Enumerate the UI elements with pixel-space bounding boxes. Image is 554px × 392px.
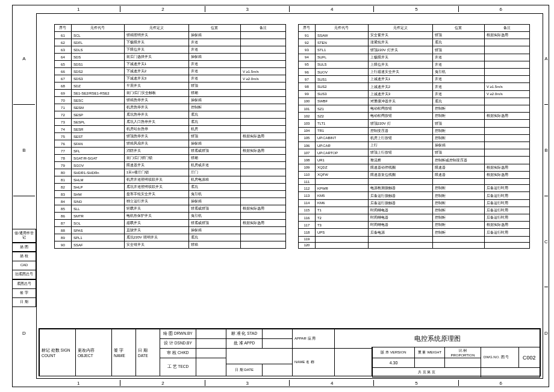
cell-c: SFAN — [71, 140, 124, 148]
parts-table-right: 序号 元件代号 元件定义 位置 备注 91SSAW安全窗开关轿顶根据实际选用92… — [298, 24, 530, 249]
cell-c: SPAS — [71, 227, 124, 234]
table-row: 87SOL超载开关轿底或轿顶根据实际选用 — [55, 220, 286, 227]
cell-l: 控制柜 — [433, 222, 485, 229]
cell-l: 轿顶 — [433, 149, 485, 157]
cell-r — [484, 39, 529, 46]
cell-d: 消防开关 — [124, 148, 188, 155]
cell-d: 盘车手轮安全开关 — [124, 191, 188, 198]
cell-d: 上减速开关3 — [368, 90, 432, 98]
cell-n: 114 — [299, 199, 316, 207]
cell-n: 89 — [55, 234, 72, 241]
ruler-row: B — [12, 105, 36, 196]
cell-l: 轿底或轿顶 — [189, 148, 241, 155]
cell-n: 112 — [299, 185, 316, 192]
cell-c: KM6 — [315, 199, 368, 207]
ruler-col: 3 — [205, 5, 290, 13]
cell-d: 前门/后门安全触板 — [124, 90, 188, 97]
cell-c — [315, 242, 368, 248]
cell-n: 86 — [55, 213, 72, 220]
table-row: 99SUS3上减速开关3井道V ≥2.0m/s — [299, 90, 530, 98]
cell-d: 安全钳开关 — [124, 241, 188, 249]
cell-c: SPL1 — [71, 234, 124, 241]
cell-l: 操纵箱 — [189, 97, 241, 104]
cell-l: 控制柜 — [433, 127, 485, 134]
cell-l: 井道 — [189, 68, 241, 75]
cell-c: SESR — [71, 126, 124, 133]
cell-l: 控制柜 — [433, 207, 485, 214]
cell-c: SESP — [71, 111, 124, 119]
cell-r — [240, 234, 285, 241]
table-row: 91SSAW安全窗开关轿顶根据实际选用 — [299, 32, 530, 39]
cell-l: 机房或井道 — [189, 162, 241, 169]
cell-n: 90 — [55, 241, 72, 249]
cell-c: SDLS — [71, 46, 124, 54]
cell-l: 井道 — [433, 90, 485, 98]
table-row: 98SUS2上减速开关2井道V ≥1.5m/s — [299, 83, 530, 90]
cell-c: SUS3 — [315, 90, 368, 98]
cell-l: 井道 — [189, 61, 241, 68]
table-row: 114KM6后备运行接触器控制柜后备运行时用 — [299, 199, 530, 207]
cell-r: 后备运行时用 — [484, 229, 529, 236]
cell-n: 80 — [55, 169, 72, 176]
table-row: 118UPS后备电源控制柜后备运行时用 — [299, 229, 530, 236]
cell-r — [240, 191, 285, 198]
cell-r — [240, 184, 285, 191]
cell-c: SDS2 — [71, 68, 124, 75]
cell-n: 62 — [55, 39, 72, 46]
cell-c: UP.CAR — [315, 142, 368, 149]
cell-n: 74 — [55, 126, 72, 133]
cell-n: 103 — [299, 120, 316, 127]
cell-d: 独立运行开关 — [124, 198, 188, 205]
cell-c: SUS1 — [315, 76, 368, 83]
table-row: 102SZ2电动松闸按钮控制柜根据实际选用 — [299, 113, 530, 120]
cell-n: 72 — [55, 111, 72, 119]
cell-l — [433, 236, 485, 242]
cell-c: XQFW — [315, 171, 368, 178]
cell-d: 底坑220V 照明开关 — [124, 234, 188, 241]
cell-l: 机房电源箱 — [189, 176, 241, 184]
cell-r — [484, 69, 529, 76]
th-seq: 序号 — [299, 25, 316, 32]
cell-l: 操纵箱 — [189, 227, 241, 234]
cell-l: 井道 — [189, 75, 241, 82]
cell-n: 61 — [55, 32, 72, 39]
cell-d: 下减速开关3 — [124, 75, 188, 82]
table-row: 82SHLP底坑井道照明双联开关底坑 — [55, 184, 286, 191]
table-row: 72SESP底坑急停开关底坑 — [55, 111, 286, 119]
table-row: 89SPL1底坑220V 照明开关底坑 — [55, 234, 286, 241]
cell-n: 77 — [55, 148, 72, 155]
cell-d — [368, 242, 432, 248]
cell-d: 轿箱急停开关 — [124, 97, 188, 104]
cell-l: 底坑 — [189, 111, 241, 119]
cell-d: 机房上行按钮 — [368, 134, 432, 142]
sidebar-box: 签 字 — [12, 288, 36, 298]
cell-l: 控制柜 — [189, 104, 241, 111]
cell-r — [484, 134, 529, 142]
cell-r — [240, 46, 285, 54]
tb-dsnd: 设 计 DSND.BY — [160, 339, 196, 349]
tb-version: 4.30 — [373, 358, 415, 368]
table-row: 73SESPL底坑入口急停开关底坑 — [55, 119, 286, 126]
cell-d: 时间继电器 — [368, 214, 432, 222]
tb-chkd: 审 核 CHKD — [160, 349, 196, 358]
cell-d: 上减速开关2 — [368, 83, 432, 90]
cell-c: SUOV — [315, 69, 368, 76]
cell-d: 平层开关 — [124, 82, 188, 90]
cell-c: T3 — [315, 222, 368, 229]
cell-l: 轿底或轿顶 — [189, 205, 241, 213]
cell-d: 轿顶上行按钮 — [368, 149, 432, 157]
cell-r: 后备运行时用 — [484, 214, 529, 222]
left-sidebar: 借/通用件登记 描 图 描 校 CAD 旧底图总号 底图总号 签 字 日 期 — [12, 229, 36, 307]
cell-c: SESM — [71, 104, 124, 111]
cell-c: SLL — [71, 205, 124, 213]
cell-r: 根据实际选用 — [484, 113, 529, 120]
cell-d: 安全窗开关 — [368, 32, 432, 39]
cell-n: 98 — [299, 83, 316, 90]
table-row: 63SDLS下限位开关井道 — [55, 46, 286, 54]
tb-name-lbl: NAME 名 称 — [293, 349, 335, 376]
cell-c — [315, 236, 368, 242]
cell-d: 轿箱照明开关 — [124, 32, 188, 39]
cell-r — [240, 227, 285, 234]
tb-version-lbl: 版 本 VERSION — [373, 347, 415, 358]
cell-l: 限速器 — [433, 164, 485, 171]
